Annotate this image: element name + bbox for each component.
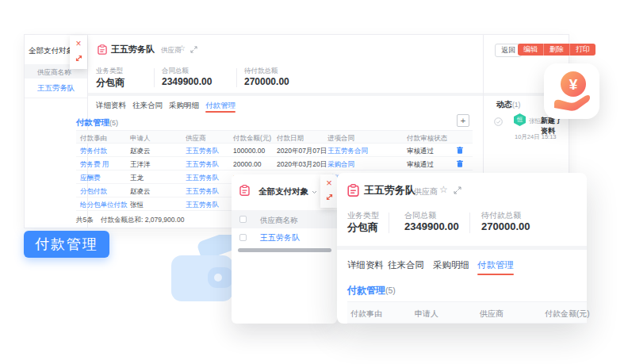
stat-label: 待付款总额 [481, 210, 521, 221]
expand-icon[interactable] [325, 193, 334, 201]
fullscreen-icon[interactable] [454, 186, 461, 194]
overlay-controls: × [320, 174, 338, 208]
stat-label: 合同总额 [162, 67, 189, 76]
tab-details[interactable]: 详细资料 [96, 101, 126, 111]
star-icon[interactable]: ☆ [178, 44, 186, 52]
add-payment-button[interactable]: + [457, 114, 469, 127]
stat-value: 2349900.00 [162, 76, 212, 87]
stat-label: 业务类型 [96, 67, 123, 76]
expand-icon[interactable] [75, 54, 83, 63]
tab-details[interactable]: 详细资料 [347, 259, 384, 271]
stat-value: 270000.00 [481, 220, 530, 232]
close-icon[interactable]: × [326, 178, 332, 189]
tab-payments[interactable]: 付款管理 [205, 101, 236, 111]
activity-time: 10月24日 15:13 [515, 133, 557, 141]
yuan-symbol: ¥ [569, 76, 578, 93]
stat-value: 分包商 [347, 220, 378, 235]
feature-badge: 付款管理 [24, 231, 109, 258]
divider [236, 68, 237, 87]
payee-list-overlay: 全部支付对象 × 供应商名称 王五劳务队 [232, 174, 337, 324]
stat-label: 业务类型 [347, 210, 379, 221]
stat-value: 分包商 [96, 76, 124, 90]
table-header-row: 付款事由 申请人 供应商 付款金额(元) [347, 301, 587, 324]
payees-dropdown-label: 全部支付对象 [29, 46, 74, 55]
section-title: 付款管理(5) [76, 117, 118, 128]
divider [469, 213, 470, 233]
divider [25, 98, 87, 98]
overlay-title[interactable]: 全部支付对象 [258, 186, 308, 197]
record-type-label: 供应商 [414, 186, 438, 197]
overlay-detail-title: 王五劳务队 [364, 183, 415, 197]
tab-contracts[interactable]: 往来合同 [132, 101, 163, 111]
table-row[interactable]: 劳务付款 赵凌云 王五劳务队 100000.00 2020年07月07日 王五劳… [76, 144, 473, 157]
record-icon [98, 44, 107, 55]
activity-title: 动态(1) [496, 99, 520, 110]
select-all-checkbox[interactable] [239, 216, 247, 223]
stat-value: 270000.00 [244, 76, 289, 87]
record-icon [239, 185, 250, 196]
sidebar-controls: × [70, 36, 87, 69]
payee-detail-overlay: 王五劳务队 供应商 ☆ 业务类型 分包商 合同总额 2349900.00 待付款… [337, 173, 587, 324]
tab-payments[interactable]: 付款管理 [477, 259, 514, 271]
stat-label: 合同总额 [404, 210, 436, 221]
trash-icon[interactable] [457, 147, 463, 154]
row-checkbox[interactable] [239, 234, 247, 241]
active-tab-underline [205, 111, 236, 113]
wallet-illustration [168, 235, 236, 308]
stat-value: 2349900.00 [404, 220, 459, 232]
star-icon[interactable]: ☆ [439, 184, 448, 195]
divider [389, 213, 389, 233]
page-title: 王五劳务队 [111, 44, 155, 56]
table-row[interactable]: 劳务费 用 王洋洋 王五劳务队 20000.00 2020年03月20日 采购合… [76, 157, 473, 171]
tab-purchases[interactable]: 采购明细 [169, 101, 199, 111]
payee-link[interactable]: 王五劳务队 [37, 83, 75, 94]
record-icon [347, 184, 359, 197]
chevron-down-icon [312, 190, 317, 194]
close-icon[interactable]: × [75, 38, 81, 49]
table-footer-sum: 付款金额总和: 2,079,900.00 [101, 216, 184, 225]
fullscreen-icon[interactable] [190, 46, 197, 53]
table-header-row: 付款事由 申请人 供应商 付款金额(元) 付款日期 进项合同 付款审核状态 [76, 130, 473, 144]
section-title: 付款管理(5) [347, 284, 396, 297]
tab-purchases[interactable]: 采购明细 [433, 259, 469, 271]
trash-icon[interactable] [457, 160, 463, 167]
payee-link[interactable]: 王五劳务队 [260, 232, 300, 243]
tab-contracts[interactable]: 往来合同 [388, 259, 424, 271]
divider [154, 68, 155, 87]
print-button[interactable]: 打印 [569, 44, 595, 56]
payment-app-icon[interactable]: ¥ [544, 63, 599, 119]
list-header-row: 供应商名称 [232, 210, 337, 228]
horizontal-scrollbar[interactable] [238, 248, 331, 252]
table-footer-count: 共5条 [76, 216, 94, 225]
active-tab-underline [477, 274, 514, 275]
stat-label: 待付款总额 [244, 67, 278, 76]
activity-user: 张恒 [529, 117, 541, 125]
section-divider [337, 246, 587, 250]
check-circle-icon [494, 117, 503, 126]
